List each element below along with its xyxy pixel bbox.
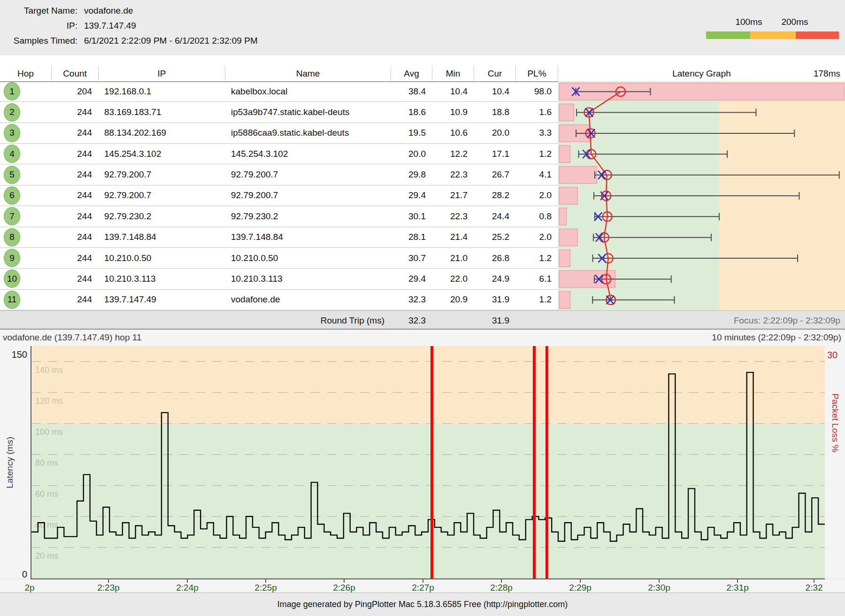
min-cell: 22.3 <box>432 206 474 226</box>
legend-red-segment <box>796 31 839 39</box>
timeline-header-strip: vodafone.de (139.7.147.49) hop 11 10 min… <box>0 330 845 346</box>
hop-cell: 5 <box>0 164 52 185</box>
column-header-pl: PL% <box>516 66 558 81</box>
footer-text: Image generated by PingPlotter Mac 5.18.… <box>277 600 568 609</box>
round-trip-row: Round Trip (ms) 32.3 31.9 Focus: 2:22:09… <box>0 310 845 330</box>
hop-number-badge: 11 <box>4 291 20 309</box>
ip-label: IP: <box>0 21 77 34</box>
name-cell: 10.210.3.113 <box>225 269 391 289</box>
x-tick-label: 2:25p <box>254 583 277 593</box>
table-header-row: Hop Count IP Name Avg Min Cur PL% Latenc… <box>0 66 845 82</box>
x-tick-label: 2:28p <box>490 583 513 593</box>
hop-cell: 10 <box>0 269 52 289</box>
gridline-label: 40 ms <box>35 520 58 530</box>
count-cell: 244 <box>52 102 99 122</box>
latency-color-legend <box>706 31 839 39</box>
latency-axis-label: Latency (ms) <box>5 392 16 533</box>
timeline-plot[interactable]: 140 ms120 ms100 ms80 ms60 ms40 ms20 ms <box>31 346 825 578</box>
hop-cell: 6 <box>0 185 52 206</box>
legend-yellow-segment <box>750 31 796 39</box>
hop-number-badge: 1 <box>4 82 20 100</box>
column-header-min: Min <box>432 66 474 81</box>
target-name-label: Target Name: <box>0 6 77 19</box>
gridline-label: 20 ms <box>35 551 58 561</box>
name-cell: 92.79.200.7 <box>225 185 391 206</box>
round-trip-avg: 32.3 <box>391 311 432 330</box>
cur-cell: 17.1 <box>474 144 516 164</box>
count-cell: 244 <box>52 290 99 310</box>
pl-bar-hop-5 <box>559 166 597 183</box>
cur-cell: 26.8 <box>474 248 516 268</box>
x-tick <box>344 579 345 583</box>
ip-cell: 92.79.200.7 <box>99 185 225 206</box>
hop-number-badge: 3 <box>4 124 20 142</box>
pl-bar-hop-2 <box>559 104 574 121</box>
count-cell: 244 <box>52 227 99 247</box>
x-tick <box>659 579 660 583</box>
x-tick-label: 2:23p <box>97 583 120 593</box>
name-cell: ip5886caa9.static.kabel-deuts <box>225 123 391 143</box>
latency-scale-label: 178ms <box>814 69 840 79</box>
pl-cell: 1.2 <box>516 144 558 164</box>
pl-bar-hop-9 <box>559 250 570 267</box>
packet-loss-event-bar <box>533 346 536 578</box>
x-tick-label: 2p <box>24 583 34 593</box>
column-header-ip: IP <box>99 66 225 81</box>
ip-cell: 92.79.200.7 <box>99 164 225 185</box>
min-cell: 21.0 <box>432 248 474 268</box>
min-cell: 21.4 <box>432 227 474 247</box>
hop-number-badge: 2 <box>4 103 20 122</box>
hop-cell: 2 <box>0 102 52 122</box>
ip-cell: 192.168.0.1 <box>99 81 225 101</box>
avg-cell: 29.4 <box>391 269 432 289</box>
pl-cell: 6.1 <box>516 269 558 289</box>
pl-cell: 3.3 <box>516 123 558 143</box>
name-cell: 139.7.148.84 <box>225 227 391 247</box>
gridline-label: 120 ms <box>35 396 63 406</box>
min-cell: 10.9 <box>432 102 474 122</box>
hop-cell: 7 <box>0 206 52 226</box>
pl-cell: 1.2 <box>516 248 558 268</box>
y-min-label: 0 <box>0 569 27 580</box>
ip-cell: 92.79.230.2 <box>99 206 225 226</box>
avg-cell: 19.5 <box>391 123 432 143</box>
min-cell: 10.4 <box>432 81 474 101</box>
name-cell: 10.210.0.50 <box>225 248 391 268</box>
ip-cell: 145.254.3.102 <box>99 144 225 164</box>
column-header-name: Name <box>225 66 391 81</box>
cur-cell: 26.7 <box>474 164 516 185</box>
pl-bar-hop-6 <box>559 187 577 204</box>
count-cell: 244 <box>52 144 99 164</box>
pl-cell: 2.0 <box>516 185 558 206</box>
avg-cell: 32.3 <box>391 290 432 310</box>
x-tick <box>265 579 266 583</box>
ip-value: 139.7.147.49 <box>77 21 136 34</box>
column-header-count: Count <box>52 66 99 81</box>
latency-graph-title: Latency Graph <box>558 69 845 79</box>
column-header-latency-graph: Latency Graph 178ms <box>558 66 845 81</box>
x-tick <box>422 579 423 583</box>
avg-cell: 29.4 <box>391 185 432 206</box>
hop-number-badge: 6 <box>4 186 20 205</box>
avg-cell: 18.6 <box>391 102 432 122</box>
cur-cell: 10.4 <box>474 81 516 101</box>
cur-cell: 25.2 <box>474 227 516 247</box>
y-max-label: 150 <box>0 349 27 360</box>
pl-cell: 2.0 <box>516 227 558 247</box>
gridline-label: 100 ms <box>35 427 63 437</box>
x-tick <box>187 579 188 583</box>
min-cell: 22.0 <box>432 269 474 289</box>
x-tick <box>501 579 502 583</box>
hop-number-badge: 10 <box>4 270 20 288</box>
name-cell: ip53a9b747.static.kabel-deuts <box>225 102 391 122</box>
x-tick-label: 2:26p <box>333 583 355 593</box>
legend-100ms-label: 100ms <box>730 17 768 27</box>
min-cell: 21.7 <box>432 185 474 206</box>
hop-latency-graph <box>558 81 845 310</box>
count-cell: 244 <box>52 123 99 143</box>
x-tick <box>814 579 814 583</box>
pl-cell: 98.0 <box>516 81 558 101</box>
samples-timed-label: Samples Timed: <box>0 36 77 49</box>
target-name-value: vodafone.de <box>77 6 133 19</box>
pl-bar-hop-4 <box>559 146 570 162</box>
